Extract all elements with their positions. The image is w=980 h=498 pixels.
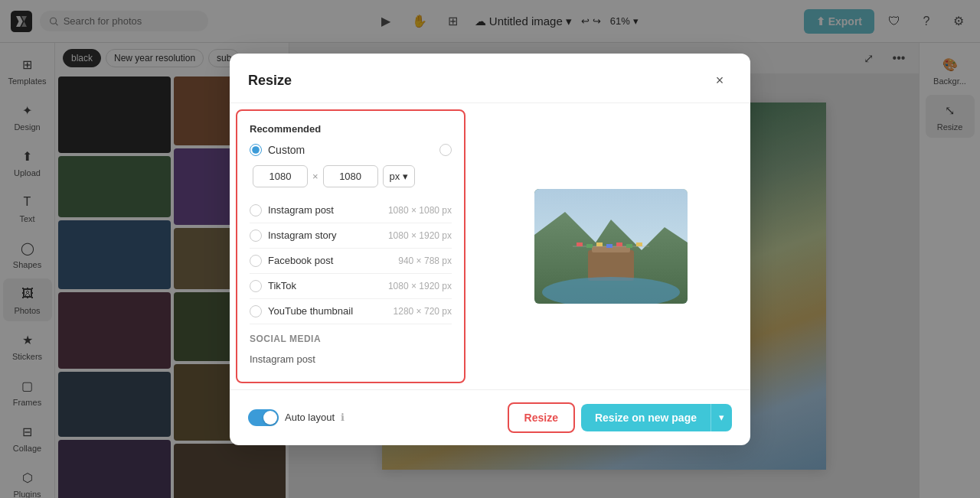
resize-new-page-dropdown[interactable]: ▾ xyxy=(710,404,732,431)
footer-actions: Resize Resize on new page ▾ xyxy=(508,402,732,433)
modal-overlay: Resize × Recommended Custom × xyxy=(0,0,980,498)
preview-image xyxy=(534,189,688,304)
custom-radio[interactable] xyxy=(250,144,262,156)
svg-rect-7 xyxy=(577,242,583,246)
auto-layout-info-icon[interactable]: ℹ xyxy=(341,412,345,423)
modal-footer: Auto layout ℹ Resize Resize on new page … xyxy=(230,389,750,445)
preset-dims-facebook-post: 940 × 788 px xyxy=(398,256,452,266)
dimension-inputs: × px ▾ xyxy=(253,165,452,187)
recommended-label: Recommended xyxy=(250,123,452,135)
auto-layout-label: Auto layout xyxy=(285,412,335,423)
dim-separator: × xyxy=(312,171,318,182)
preset-radio-facebook-post[interactable] xyxy=(250,255,262,267)
modal-header: Resize × xyxy=(230,54,750,103)
preset-tiktok[interactable]: TikTok 1080 × 1920 px xyxy=(250,274,452,299)
modal-body: Recommended Custom × px ▾ xyxy=(230,103,750,389)
preset-name-instagram-story: Instagram story xyxy=(268,229,337,241)
preset-radio-instagram-story[interactable] xyxy=(250,229,262,242)
auto-layout-toggle: Auto layout ℹ xyxy=(248,409,345,426)
preset-name-instagram-post: Instagram post xyxy=(268,204,334,216)
preset-dims-instagram-story: 1080 × 1920 px xyxy=(388,230,452,241)
preset-name-tiktok: TikTok xyxy=(268,280,296,291)
resize-new-group: Resize on new page ▾ xyxy=(581,404,732,431)
resize-new-page-button[interactable]: Resize on new page xyxy=(581,404,710,431)
preset-dims-tiktok: 1080 × 1920 px xyxy=(388,281,452,291)
preset-dims-instagram-post: 1080 × 1080 px xyxy=(388,205,452,216)
svg-rect-8 xyxy=(586,244,593,248)
preset-instagram-story[interactable]: Instagram story 1080 × 1920 px xyxy=(250,223,452,249)
svg-rect-4 xyxy=(588,250,634,281)
svg-rect-9 xyxy=(596,242,603,246)
custom-option[interactable]: Custom xyxy=(250,144,452,156)
svg-rect-11 xyxy=(616,242,622,246)
unit-select[interactable]: px ▾ xyxy=(383,165,416,187)
auto-layout-switch[interactable] xyxy=(248,409,279,426)
svg-rect-13 xyxy=(636,242,642,246)
width-input[interactable] xyxy=(253,165,308,187)
modal-close-button[interactable]: × xyxy=(707,69,732,93)
social-item-instagram[interactable]: Instagram post xyxy=(250,349,452,369)
unit-chevron: ▾ xyxy=(403,171,408,182)
preset-facebook-post[interactable]: Facebook post 940 × 788 px xyxy=(250,249,452,274)
modal-title: Resize xyxy=(248,73,292,89)
svg-rect-10 xyxy=(606,244,612,248)
modal-right-panel xyxy=(472,103,750,389)
custom-option-secondary-radio[interactable] xyxy=(439,144,452,156)
preset-dims-youtube-thumbnail: 1280 × 720 px xyxy=(394,306,452,317)
resize-button[interactable]: Resize xyxy=(508,402,575,433)
preset-name-youtube-thumbnail: YouTube thumbnail xyxy=(268,305,353,317)
resize-modal: Resize × Recommended Custom × xyxy=(230,54,750,445)
preset-radio-youtube-thumbnail[interactable] xyxy=(250,305,262,317)
preset-name-facebook-post: Facebook post xyxy=(268,255,333,266)
preset-instagram-post[interactable]: Instagram post 1080 × 1080 px xyxy=(250,198,452,223)
modal-left-panel: Recommended Custom × px ▾ xyxy=(236,109,466,383)
preset-radio-tiktok[interactable] xyxy=(250,280,262,292)
social-media-label: Social media xyxy=(250,334,452,344)
preset-youtube-thumbnail[interactable]: YouTube thumbnail 1280 × 720 px xyxy=(250,299,452,324)
dropdown-chevron-icon: ▾ xyxy=(719,412,724,423)
toggle-knob xyxy=(263,411,277,425)
svg-rect-12 xyxy=(626,244,632,248)
preset-radio-instagram-post[interactable] xyxy=(250,204,262,216)
height-input[interactable] xyxy=(323,165,378,187)
